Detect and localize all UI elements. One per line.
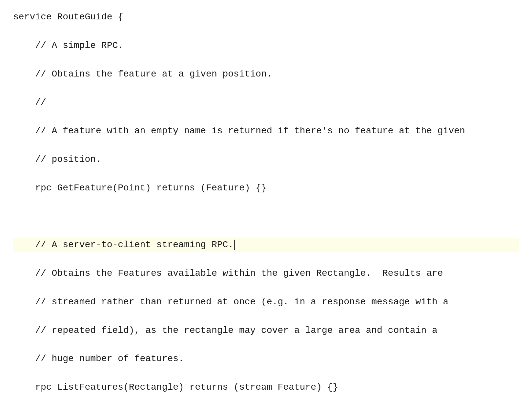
code-line bbox=[13, 209, 519, 223]
code-line: // Obtains the Features available within… bbox=[13, 266, 519, 280]
code-line bbox=[13, 409, 519, 411]
code-line: // bbox=[13, 95, 519, 109]
code-block: service RouteGuide { // A simple RPC. //… bbox=[13, 10, 519, 411]
code-line: // Obtains the feature at a given positi… bbox=[13, 67, 519, 81]
code-line: // huge number of features. bbox=[13, 352, 519, 366]
code-line: // A server-to-client streaming RPC. bbox=[13, 238, 519, 252]
code-line: service RouteGuide { bbox=[13, 10, 519, 24]
code-line: // position. bbox=[13, 152, 519, 166]
code-line: // A feature with an empty name is retur… bbox=[13, 124, 519, 138]
code-line: rpc GetFeature(Point) returns (Feature) … bbox=[13, 181, 519, 195]
code-line: // streamed rather than returned at once… bbox=[13, 295, 519, 309]
code-line: // repeated field), as the rectangle may… bbox=[13, 323, 519, 337]
code-line: // A simple RPC. bbox=[13, 38, 519, 53]
text-cursor bbox=[234, 240, 235, 250]
code-line: rpc ListFeatures(Rectangle) returns (str… bbox=[13, 380, 519, 394]
